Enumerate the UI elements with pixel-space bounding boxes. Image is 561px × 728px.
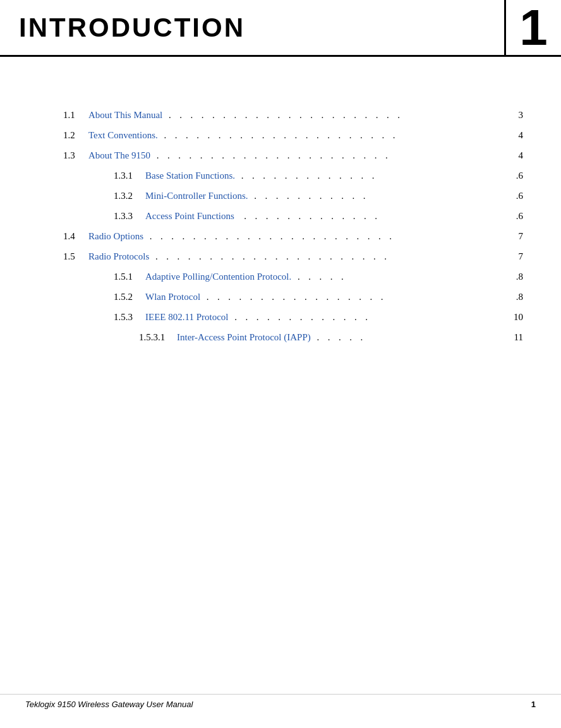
toc-number-1-3-1: 1.3.1 xyxy=(114,168,145,183)
toc-number-1-5: 1.5 xyxy=(63,249,88,264)
toc-row-1-5-1: 1.5.1 Adaptive Polling/Contention Protoc… xyxy=(63,269,523,284)
toc-number-1-5-3: 1.5.3 xyxy=(114,309,145,325)
chapter-number-box: 1 xyxy=(504,0,561,55)
toc-row-1-1: 1.1 About This Manual . . . . . . . . . … xyxy=(63,107,523,122)
toc-link-1-5[interactable]: Radio Protocols xyxy=(88,249,149,264)
toc-row-1-5: 1.5 Radio Protocols . . . . . . . . . . … xyxy=(63,249,523,264)
toc-dots-1-1: . . . . . . . . . . . . . . . . . . . . … xyxy=(165,107,508,122)
toc-page-1-5-1: .8 xyxy=(510,269,523,284)
toc-page-1-3-1: .6 xyxy=(510,168,523,183)
toc-page-1-5-3-1: 11 xyxy=(510,330,523,345)
toc-page-1-5-2: .8 xyxy=(510,289,523,304)
toc-dots-1-3-1: . . . . . . . . . . . . . xyxy=(238,168,508,183)
footer-title: Teklogix 9150 Wireless Gateway User Manu… xyxy=(25,700,193,709)
toc-dots-1-2: . . . . . . . . . . . . . . . . . . . . … xyxy=(160,128,508,143)
toc-link-1-4[interactable]: Radio Options xyxy=(88,229,143,244)
page-footer: Teklogix 9150 Wireless Gateway User Manu… xyxy=(0,694,561,709)
toc-number-1-5-1: 1.5.1 xyxy=(114,269,145,284)
toc-link-1-2[interactable]: Text Conventions. xyxy=(88,128,158,143)
toc-page-1-4: 7 xyxy=(510,229,523,244)
chapter-title: Introduction xyxy=(19,13,245,43)
toc-row-1-3: 1.3 About The 9150 . . . . . . . . . . .… xyxy=(63,148,523,163)
toc-row-1-2: 1.2 Text Conventions. . . . . . . . . . … xyxy=(63,128,523,143)
toc-number-1-1: 1.1 xyxy=(63,107,88,122)
toc-page-1-3: 4 xyxy=(510,148,523,163)
toc-page-1-5-3: 10 xyxy=(510,309,523,325)
chapter-header: Introduction 1 xyxy=(0,0,561,57)
toc-number-1-3: 1.3 xyxy=(63,148,88,163)
toc-number-1-5-3-1: 1.5.3.1 xyxy=(139,330,177,345)
toc-dots-1-3-3: . . . . . . . . . . . . . xyxy=(237,208,508,224)
toc-number-1-5-2: 1.5.2 xyxy=(114,289,145,304)
chapter-number: 1 xyxy=(519,3,548,53)
toc-row-1-4: 1.4 Radio Options . . . . . . . . . . . … xyxy=(63,229,523,244)
toc-content: 1.1 About This Manual . . . . . . . . . … xyxy=(0,57,561,388)
toc-dots-1-4: . . . . . . . . . . . . . . . . . . . . … xyxy=(146,229,508,244)
toc-link-1-5-3[interactable]: IEEE 802.11 Protocol xyxy=(145,309,229,325)
toc-row-1-3-3: 1.3.3 Access Point Functions . . . . . .… xyxy=(63,208,523,224)
toc-link-1-1[interactable]: About This Manual xyxy=(88,107,162,122)
footer-page-number: 1 xyxy=(531,700,536,709)
toc-link-1-5-3-1[interactable]: Inter-Access Point Protocol (IAPP) xyxy=(177,330,311,345)
toc-dots-1-3: . . . . . . . . . . . . . . . . . . . . … xyxy=(153,148,508,163)
toc-link-1-3[interactable]: About The 9150 xyxy=(88,148,150,163)
toc-page-1-2: 4 xyxy=(510,128,523,143)
toc-page-1-3-3: .6 xyxy=(510,208,523,224)
toc-dots-1-5-2: . . . . . . . . . . . . . . . . . xyxy=(203,289,508,304)
toc-dots-1-3-2: . . . . . . . . . . . xyxy=(251,188,509,203)
toc-row-1-5-2: 1.5.2 Wlan Protocol . . . . . . . . . . … xyxy=(63,289,523,304)
toc-dots-1-5-1: . . . . . xyxy=(294,269,508,284)
chapter-title-area: Introduction xyxy=(0,0,504,55)
toc-dots-1-5-3: . . . . . . . . . . . . . xyxy=(231,309,508,325)
toc-link-1-3-3[interactable]: Access Point Functions xyxy=(145,208,234,224)
toc-link-1-5-1[interactable]: Adaptive Polling/Contention Protocol. xyxy=(145,269,291,284)
toc-row-1-5-3: 1.5.3 IEEE 802.11 Protocol . . . . . . .… xyxy=(63,309,523,325)
toc-link-1-5-2[interactable]: Wlan Protocol xyxy=(145,289,200,304)
toc-page-1-3-2: .6 xyxy=(510,188,523,203)
toc-row-1-5-3-1: 1.5.3.1 Inter-Access Point Protocol (IAP… xyxy=(63,330,523,345)
toc-number-1-4: 1.4 xyxy=(63,229,88,244)
toc-dots-1-5: . . . . . . . . . . . . . . . . . . . . … xyxy=(152,249,508,264)
toc-number-1-3-2: 1.3.2 xyxy=(114,188,145,203)
toc-link-1-3-1[interactable]: Base Station Functions. xyxy=(145,168,235,183)
toc-number-1-3-3: 1.3.3 xyxy=(114,208,145,224)
toc-page-1-1: 3 xyxy=(510,107,523,122)
toc-link-1-3-2[interactable]: Mini-Controller Functions. xyxy=(145,188,248,203)
toc-row-1-3-1: 1.3.1 Base Station Functions. . . . . . … xyxy=(63,168,523,183)
toc-row-1-3-2: 1.3.2 Mini-Controller Functions. . . . .… xyxy=(63,188,523,203)
toc-dots-1-5-3-1: . . . . . xyxy=(313,330,508,345)
toc-number-1-2: 1.2 xyxy=(63,128,88,143)
toc-page-1-5: 7 xyxy=(510,249,523,264)
page-container: Introduction 1 1.1 About This Manual . .… xyxy=(0,0,561,728)
